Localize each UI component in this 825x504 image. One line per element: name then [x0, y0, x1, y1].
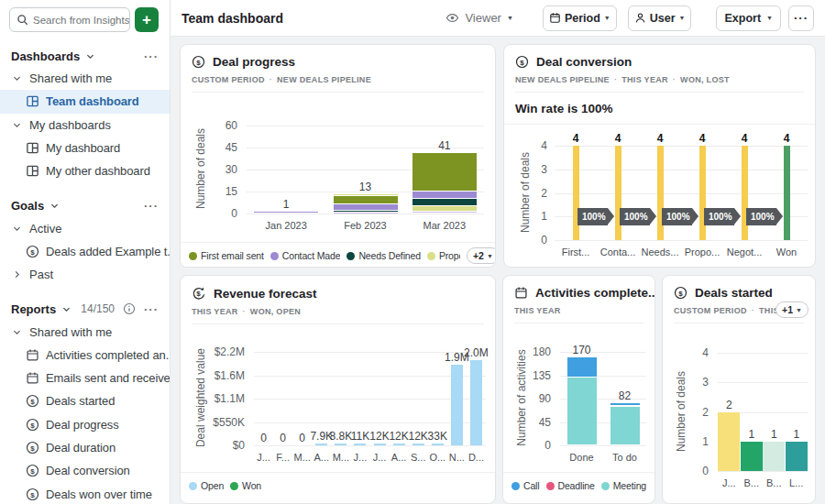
y-axis-title: Number of deals: [675, 356, 688, 466]
calendar-icon: [26, 348, 39, 362]
section-title[interactable]: Goals: [11, 199, 60, 213]
more-dots-icon[interactable]: ···: [144, 302, 159, 316]
sidebar-item-team-dashboard[interactable]: Team dashboard: [0, 90, 170, 113]
bar[interactable]: [315, 444, 327, 445]
bar-segment[interactable]: [412, 192, 477, 198]
bar-segment[interactable]: [412, 199, 477, 205]
sidebar-group-active[interactable]: Active: [0, 216, 170, 239]
bar[interactable]: [763, 442, 785, 471]
dollar-icon: $: [26, 245, 39, 258]
subtitle-more-pill[interactable]: +1 ▼: [776, 301, 808, 318]
bar-value-label: 4: [573, 132, 579, 145]
dollar-icon: $: [674, 286, 688, 300]
sidebar-group-my-dashboards[interactable]: My dashboards: [0, 114, 170, 137]
bar[interactable]: [354, 444, 366, 445]
bar-segment[interactable]: [334, 196, 398, 204]
card-title: Activities complete...: [535, 286, 655, 300]
bar[interactable]: [573, 146, 579, 240]
bar[interactable]: [451, 365, 463, 445]
sidebar-item-deals-started[interactable]: $Deals started: [0, 389, 170, 412]
bar[interactable]: [470, 360, 482, 445]
sidebar-item-activities-completed-an-[interactable]: Activities completed an...: [0, 344, 170, 367]
bar[interactable]: [393, 444, 405, 445]
y-tick-label: 0: [541, 234, 547, 247]
x-tick-label: D...: [468, 452, 484, 463]
period-button[interactable]: Period ▼: [543, 5, 617, 31]
viewer-dropdown[interactable]: Viewer ▼: [446, 11, 512, 25]
section-title[interactable]: Reports: [11, 302, 72, 316]
legend-dot: [512, 482, 520, 490]
bar-value-label: 8.8K: [330, 430, 353, 443]
sidebar-group-shared-with-me[interactable]: Shared with me: [0, 320, 170, 343]
x-tick-label: Conta...: [600, 247, 636, 257]
search-input[interactable]: Search from Insights: [9, 7, 130, 32]
bar[interactable]: [741, 442, 763, 471]
y-tick-label: 180: [533, 345, 551, 358]
sidebar-item-deal-duration[interactable]: $Deal duration: [0, 436, 170, 459]
legend-item[interactable]: Deadline: [546, 480, 595, 491]
bar-segment[interactable]: [412, 153, 477, 191]
bar-segment[interactable]: [334, 204, 398, 209]
sidebar-item-deal-progress[interactable]: $Deal progress: [0, 413, 170, 436]
legend-item[interactable]: Open: [189, 480, 224, 491]
add-button[interactable]: +: [135, 7, 159, 32]
bar[interactable]: [432, 444, 444, 445]
y-axis-title: Number of deals: [519, 137, 532, 247]
x-tick-label: J...: [257, 452, 270, 463]
y-tick-label: 1: [702, 435, 709, 448]
legend-item[interactable]: Needs Defined: [346, 250, 421, 261]
bar-segment[interactable]: [610, 407, 640, 445]
bar[interactable]: [699, 146, 706, 240]
legend-item[interactable]: Proposal Made: [427, 250, 460, 261]
x-tick-label: O...: [429, 452, 446, 463]
info-icon[interactable]: [123, 302, 136, 315]
bar[interactable]: [742, 146, 748, 240]
sidebar-item-emails-sent-and-received[interactable]: Emails sent and received: [0, 367, 170, 389]
bar[interactable]: [335, 444, 346, 445]
section-title[interactable]: Dashboards: [11, 49, 95, 63]
bar[interactable]: [615, 146, 622, 240]
bar[interactable]: [412, 444, 424, 445]
bar-segment[interactable]: [254, 212, 318, 213]
bar-segment[interactable]: [334, 213, 398, 214]
bar-segment[interactable]: [567, 378, 597, 444]
legend-item[interactable]: Contact Made: [270, 250, 341, 261]
bar-segment[interactable]: [412, 206, 477, 211]
sidebar-item-my-dashboard[interactable]: My dashboard: [0, 137, 170, 159]
sidebar-item-deals-won-over-time[interactable]: $Deals won over time: [0, 482, 170, 504]
bar[interactable]: [374, 444, 386, 445]
legend-item[interactable]: Won: [230, 480, 261, 491]
bar-segment[interactable]: [334, 211, 398, 212]
bar-segment[interactable]: [412, 212, 477, 213]
sidebar-item-deals-added-example-t-[interactable]: $Deals added Example t...: [0, 240, 170, 263]
bar[interactable]: [786, 442, 808, 471]
y-tick-label: 0: [702, 465, 709, 477]
legend-more-pill[interactable]: +2 ▼: [467, 247, 496, 264]
bar-segment[interactable]: [610, 403, 640, 406]
chevron-down-icon: ▼: [507, 15, 513, 21]
gridline: [254, 445, 486, 446]
bar-segment[interactable]: [567, 357, 597, 378]
legend-item[interactable]: Meeting: [601, 480, 646, 491]
gridline: [718, 353, 808, 354]
bar-value-label: 4: [784, 132, 790, 145]
bar[interactable]: [784, 146, 790, 240]
card-head: $Deal progressCUSTOM PERIOD·NEW DEALS PI…: [181, 45, 495, 93]
bar[interactable]: [657, 146, 664, 240]
legend-item[interactable]: First email sent: [189, 250, 264, 261]
sidebar-item-deal-conversion[interactable]: $Deal conversion: [0, 459, 170, 482]
sidebar-group-past[interactable]: Past: [0, 263, 170, 286]
x-tick-label: J...: [354, 452, 368, 463]
card-head: $Revenue forecastTHIS YEAR·WON, OPEN: [181, 276, 495, 324]
bar[interactable]: [718, 412, 740, 472]
x-tick-label: A...: [391, 452, 407, 463]
export-button[interactable]: Export ▼: [716, 5, 781, 31]
user-button[interactable]: User ▼: [628, 5, 692, 31]
bar-segment[interactable]: [334, 194, 398, 195]
legend-item[interactable]: Call: [512, 480, 540, 491]
more-dots-icon[interactable]: ···: [144, 49, 159, 63]
more-dots-icon[interactable]: ···: [144, 199, 159, 213]
more-button[interactable]: ···: [788, 5, 814, 31]
sidebar-group-shared-with-me[interactable]: Shared with me: [0, 67, 170, 90]
sidebar-item-my-other-dashboard[interactable]: My other dashboard: [0, 159, 170, 182]
